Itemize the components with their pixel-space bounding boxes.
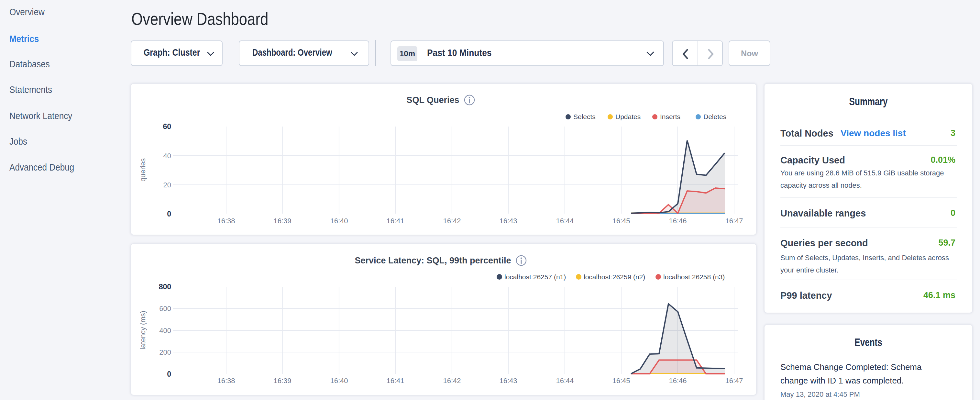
svg-text:20: 20 bbox=[163, 181, 171, 189]
svg-text:16:47: 16:47 bbox=[725, 377, 743, 385]
svg-text:16:44: 16:44 bbox=[556, 377, 574, 385]
svg-text:16:43: 16:43 bbox=[499, 217, 517, 225]
svg-text:40: 40 bbox=[163, 152, 171, 160]
svg-text:16:45: 16:45 bbox=[612, 217, 630, 225]
svg-text:16:41: 16:41 bbox=[386, 377, 404, 385]
svg-text:0: 0 bbox=[167, 210, 171, 218]
svg-text:16:42: 16:42 bbox=[443, 217, 461, 225]
svg-text:600: 600 bbox=[159, 304, 171, 312]
svg-text:queries: queries bbox=[139, 158, 147, 182]
svg-text:16:46: 16:46 bbox=[669, 217, 687, 225]
svg-text:400: 400 bbox=[159, 327, 171, 335]
svg-text:16:47: 16:47 bbox=[725, 217, 743, 225]
svg-text:16:46: 16:46 bbox=[669, 377, 687, 385]
svg-text:16:38: 16:38 bbox=[217, 377, 235, 385]
svg-text:16:44: 16:44 bbox=[556, 217, 574, 225]
svg-text:16:40: 16:40 bbox=[330, 217, 348, 225]
svg-text:16:39: 16:39 bbox=[274, 217, 291, 225]
svg-text:16:41: 16:41 bbox=[386, 217, 404, 225]
svg-text:0: 0 bbox=[167, 370, 171, 378]
svg-text:200: 200 bbox=[159, 348, 171, 356]
svg-text:16:38: 16:38 bbox=[217, 217, 235, 225]
svg-text:16:39: 16:39 bbox=[274, 377, 291, 385]
svg-text:16:40: 16:40 bbox=[330, 377, 348, 385]
svg-text:60: 60 bbox=[163, 122, 171, 131]
svg-text:16:43: 16:43 bbox=[499, 377, 517, 385]
svg-text:800: 800 bbox=[159, 282, 171, 291]
svg-text:16:42: 16:42 bbox=[443, 377, 461, 385]
svg-text:16:45: 16:45 bbox=[612, 377, 630, 385]
svg-text:latency (ms): latency (ms) bbox=[139, 311, 147, 349]
